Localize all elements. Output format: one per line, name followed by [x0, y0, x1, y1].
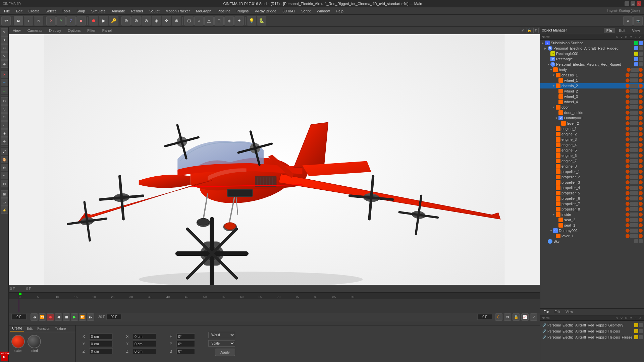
- tree-arrow-chassis1[interactable]: ▼: [552, 74, 556, 77]
- undo-button[interactable]: ↩: [1, 16, 11, 25]
- tree-item-engine2[interactable]: engine_2: [540, 131, 644, 137]
- tree-item-prop3[interactable]: propeller_3: [540, 180, 644, 185]
- lt-magnet2[interactable]: ⊗: [1, 164, 8, 171]
- mode-texture[interactable]: T: [24, 16, 33, 25]
- mat-tab-texture[interactable]: Texture: [53, 326, 68, 331]
- key-remove-button[interactable]: ⊗: [504, 313, 511, 321]
- obj-tab-view[interactable]: View: [629, 28, 643, 33]
- light[interactable]: 💡: [247, 16, 256, 25]
- move-y[interactable]: Y: [56, 16, 66, 25]
- display5[interactable]: ◈: [224, 16, 234, 25]
- lt-scale[interactable]: ⤡: [1, 52, 8, 60]
- tree-arrow-dummy002[interactable]: ▼: [550, 229, 553, 232]
- tree-item-aircraft2[interactable]: ▼ N Personal_Electric_Aircraft_Red_Rigge…: [540, 62, 644, 67]
- tree-item-prop2[interactable]: propeller_2: [540, 174, 644, 180]
- timeline-expand-button[interactable]: ⤢: [530, 313, 537, 321]
- tree-arrow-dummy001[interactable]: ▼: [555, 117, 558, 120]
- menu-script[interactable]: Script: [299, 8, 313, 14]
- tree-item-prop8[interactable]: propeller_8: [540, 206, 644, 212]
- rot-b-input[interactable]: [176, 348, 195, 354]
- tree-item-seat2[interactable]: seat_2: [540, 217, 644, 223]
- pivot[interactable]: ⊕: [172, 16, 181, 25]
- render-view[interactable]: 📷: [633, 16, 643, 25]
- tree-item-engine5[interactable]: engine_5: [540, 147, 644, 153]
- display3[interactable]: △: [204, 16, 214, 25]
- menu-file[interactable]: File: [1, 8, 13, 14]
- close-button[interactable]: ✕: [637, 1, 641, 6]
- next-frame-button[interactable]: ⏩: [79, 313, 86, 321]
- current-frame-display[interactable]: 0 F: [477, 314, 492, 320]
- menu-plugins[interactable]: Plugins: [234, 8, 251, 14]
- rb-tab-view[interactable]: View: [564, 309, 575, 314]
- tree-item-rect-inner[interactable]: ▱ Rectangle...: [540, 56, 644, 62]
- maximize-button[interactable]: □: [631, 1, 635, 6]
- magnet[interactable]: ⊛: [131, 16, 141, 25]
- mat-tab-edit[interactable]: Edit: [25, 326, 35, 331]
- rb-item-helpers-freeze[interactable]: 🔗 Personal_Electric_Aircraft_Red_Rigged_…: [542, 334, 643, 340]
- tree-item-wheel1[interactable]: wheel_1: [540, 78, 644, 83]
- tree-item-subdiv[interactable]: ▶ S Subdivision Surface: [540, 40, 644, 46]
- tree-item-prop1[interactable]: propeller_1: [540, 169, 644, 174]
- render-settings[interactable]: ⚙: [623, 16, 633, 25]
- go-start-button[interactable]: ⏮: [31, 313, 38, 321]
- tree-item-prop7[interactable]: propeller_7: [540, 201, 644, 206]
- pos-x-input[interactable]: [89, 334, 113, 340]
- python[interactable]: 🐍: [257, 16, 266, 25]
- play-button[interactable]: ▶: [71, 313, 78, 321]
- mat-tab-create[interactable]: Create: [10, 326, 24, 331]
- world-mode-dropdown[interactable]: World Object: [208, 332, 235, 338]
- pos-y-input[interactable]: [89, 341, 113, 347]
- key-add-button[interactable]: ⬡: [495, 313, 502, 321]
- tree-item-aircraft[interactable]: ▶ N Personal_Electric_Aircraft_Red_Rigge…: [540, 46, 644, 51]
- lt-move[interactable]: ✛: [1, 36, 8, 44]
- lt-rotate[interactable]: ↻: [1, 44, 8, 52]
- menu-sculpt[interactable]: Sculpt: [147, 8, 162, 14]
- transform[interactable]: ■: [76, 16, 86, 25]
- key-lock-button[interactable]: 🔒: [513, 313, 520, 321]
- anim-play[interactable]: ▶: [99, 16, 108, 25]
- lt-extrude[interactable]: ⬡: [1, 105, 8, 113]
- size-x-input[interactable]: [133, 334, 156, 340]
- stop-button[interactable]: ⏹: [63, 313, 70, 321]
- menu-mograph[interactable]: MoGraph: [193, 8, 214, 14]
- menu-select[interactable]: Select: [43, 8, 59, 14]
- menu-snap[interactable]: Snap: [74, 8, 88, 14]
- mat-tab-function[interactable]: Function: [35, 326, 52, 331]
- material-item-exterior[interactable]: exter: [11, 335, 25, 353]
- lt-bridge[interactable]: ⬭: [1, 113, 8, 121]
- obj-tab-file[interactable]: File: [604, 28, 615, 33]
- tree-item-door[interactable]: ▼ door: [540, 105, 644, 110]
- tree-item-dummy001[interactable]: ▼ D Dummy001: [540, 115, 644, 121]
- lt-loop[interactable]: ○: [1, 121, 8, 129]
- vp-lock-icon[interactable]: 🔒: [527, 28, 532, 33]
- menu-window[interactable]: Window: [314, 8, 332, 14]
- workplane[interactable]: ◈: [152, 16, 161, 25]
- rot-h-input[interactable]: [176, 334, 195, 340]
- vp-tab-display[interactable]: Display: [46, 28, 64, 33]
- tree-item-prop6[interactable]: propeller_6: [540, 196, 644, 201]
- menu-motion-tracker[interactable]: Motion Tracker: [163, 8, 193, 14]
- display4[interactable]: □: [214, 16, 224, 25]
- mode-rigging[interactable]: R: [34, 16, 43, 25]
- tree-item-wheel3[interactable]: wheel_3: [540, 94, 644, 99]
- tree-arrow-subdiv[interactable]: ▶: [542, 42, 545, 45]
- mirror[interactable]: ❖: [162, 16, 171, 25]
- menu-edit[interactable]: Edit: [13, 8, 25, 14]
- rb-tab-file[interactable]: File: [542, 309, 551, 314]
- tree-item-engine6[interactable]: engine_6: [540, 153, 644, 158]
- lt-weld[interactable]: ⊛: [1, 137, 8, 145]
- lt-snap2[interactable]: ⊞: [1, 190, 8, 198]
- snap[interactable]: ⊕: [121, 16, 131, 25]
- tree-item-rect001[interactable]: ▱ Rectangle001: [540, 51, 644, 56]
- prev-frame-button[interactable]: ⏪: [39, 313, 46, 321]
- record-button[interactable]: ⏺: [47, 313, 54, 321]
- tree-item-lever1[interactable]: lever_1: [540, 233, 644, 239]
- lt-bevel[interactable]: ◈: [1, 129, 8, 137]
- menu-simulate[interactable]: Simulate: [89, 8, 108, 14]
- tree-item-inside[interactable]: ▼ inside: [540, 212, 644, 217]
- rb-tab-edit[interactable]: Edit: [552, 309, 562, 314]
- vp-tab-view[interactable]: View: [10, 28, 23, 33]
- display2[interactable]: ○: [194, 16, 204, 25]
- tree-item-chassis2[interactable]: ▼ chassis_2: [540, 83, 644, 88]
- menu-pipeline[interactable]: Pipeline: [215, 8, 233, 14]
